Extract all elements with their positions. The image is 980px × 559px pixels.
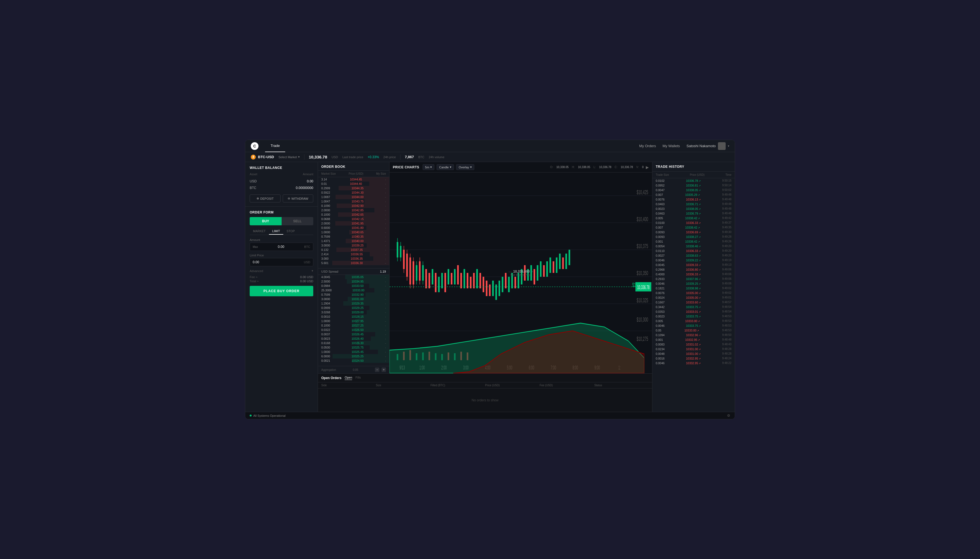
sell-order-row[interactable]: 0.1090 10342.90 - [318, 203, 389, 208]
buy-order-row[interactable]: 2.5000 10334.95 - [318, 279, 389, 284]
divider [400, 154, 401, 160]
buy-order-row[interactable]: 0.0023 10326.40 - [318, 336, 389, 341]
nav-tab-trade[interactable]: Trade [265, 140, 285, 152]
sell-order-row[interactable]: 0.01 10344.40 - [318, 182, 389, 186]
aggregation-decrease-button[interactable]: − [375, 367, 379, 372]
buy-order-row[interactable]: 0.0021 10324.50 - [318, 359, 389, 363]
svg-text:$10,425: $10,425 [637, 189, 648, 195]
my-wallets-link[interactable]: My Wallets [663, 144, 680, 148]
buy-order-row[interactable]: 1.2904 10329.35 - [318, 301, 389, 306]
trade-price: 10338.63↗ [686, 254, 701, 257]
sell-order-row[interactable]: 1.0047 10343.75 - [318, 199, 389, 203]
trade-size: 0.1667 [656, 301, 665, 304]
deposit-button[interactable]: ⊕ DEPOSIT [250, 195, 280, 202]
trade-price: 10332.96↗ [686, 333, 701, 337]
trade-size: 0.005 [656, 319, 663, 322]
timeframe-dropdown[interactable]: 5m ▾ [423, 164, 434, 170]
select-market-dropdown[interactable]: Select Market ▾ [279, 155, 300, 159]
sell-order-row[interactable]: 3.14 10344.45 - [318, 177, 389, 182]
sell-order-row[interactable]: 0.6000 10341.80 - [318, 226, 389, 230]
left-panel: Wallet Balance Asset Amount USD 0.00 BTC… [245, 162, 318, 412]
overlay-dropdown[interactable]: Overlay ▾ [456, 164, 474, 170]
advanced-toggle[interactable]: Advanced ▾ [250, 269, 313, 273]
sell-order-row[interactable]: 0.7599 10340.35 - [318, 234, 389, 239]
buy-order-row[interactable]: 25.3000 10333.00 - [318, 288, 389, 293]
trade-history-row: 0.0023 10338.05↗ 9:49:48 [652, 206, 735, 211]
trade-price: 10336.33↗ [686, 249, 701, 253]
limit-order-tab[interactable]: LIMIT [269, 228, 283, 235]
sell-order-row[interactable]: 0.132 10337.35 - [318, 248, 389, 252]
stop-order-tab[interactable]: STOP [283, 228, 298, 235]
sell-order-row[interactable]: 5.601 10336.30 - [318, 261, 389, 265]
order-size: 6.0000 [321, 355, 330, 358]
sell-order-row[interactable]: 3.0000 10339.25 - [318, 243, 389, 248]
usd-asset-row: USD 0.00 [250, 178, 313, 185]
my-orders-link[interactable]: My Orders [639, 144, 656, 148]
buy-order-row[interactable]: 0.0500 10325.75 - [318, 345, 389, 350]
trade-size: 0.0076 [656, 291, 665, 294]
fills-tab[interactable]: Fills [355, 376, 361, 380]
sell-order-row[interactable]: 1.0087 10344.00 - [318, 195, 389, 199]
sell-order-row[interactable]: 0.2999 10344.35 - [318, 186, 389, 190]
usd-amount: 0.00 [307, 179, 313, 183]
order-my-size: - [385, 204, 386, 207]
trade-history-row: 0.0027 10338.63↗ 9:49:20 [652, 253, 735, 258]
sell-order-row[interactable]: 2.414 10336.55 - [318, 252, 389, 256]
user-menu[interactable]: Satoshi Nakamoto ▾ [686, 142, 729, 150]
sell-order-row[interactable]: 2.0000 10341.95 - [318, 221, 389, 226]
buy-order-row[interactable]: 3.0000 10331.00 - [318, 297, 389, 301]
buy-order-row[interactable]: 0.0984 10333.50 - [318, 284, 389, 288]
buy-sell-tabs: BUY SELL [250, 217, 313, 225]
buy-order-row[interactable]: 6.0000 10325.25 - [318, 354, 389, 359]
trade-price: 10338.42↗ [685, 240, 700, 243]
sell-order-row[interactable]: 2.0000 10342.85 - [318, 208, 389, 212]
sell-order-row[interactable]: 1.4371 10340.00 - [318, 239, 389, 243]
buy-order-row[interactable]: 1.0000 10325.45 - [318, 350, 389, 354]
order-form-title: Order Form [250, 210, 313, 214]
trade-history-row: 0.007 10335.29↗ 9:49:48 [652, 192, 735, 197]
buy-order-row[interactable]: 1.0000 10327.95 - [318, 319, 389, 323]
sell-tab[interactable]: SELL [282, 217, 313, 225]
max-link[interactable]: Max [253, 245, 258, 248]
place-order-button[interactable]: PLACE BUY ORDER [250, 286, 313, 296]
c-label: C: [615, 165, 617, 169]
order-size: 0.6000 [321, 226, 330, 230]
buy-order-row[interactable]: 0.0010 10328.15 - [318, 314, 389, 319]
market-order-tab[interactable]: MARKET [250, 228, 269, 235]
aggregation-increase-button[interactable]: + [381, 367, 386, 372]
sell-order-row[interactable]: 1.0000 10340.65 - [318, 230, 389, 234]
open-tab[interactable]: Open [345, 376, 352, 380]
chart-area[interactable]: $10,425 $10,400 $10,375 $10,350 $10,336.… [390, 172, 652, 373]
sell-order-row[interactable]: 0.0688 10342.15 - [318, 217, 389, 221]
time-col: Time [725, 173, 731, 176]
sell-order-row[interactable]: 0.1000 10342.65 - [318, 212, 389, 217]
trade-size: 0.1094 [656, 333, 665, 337]
buy-tab[interactable]: BUY [250, 217, 282, 225]
buy-order-row[interactable]: 0.1000 10327.25 - [318, 323, 389, 327]
buy-order-row[interactable]: 0.0322 10326.50 - [318, 327, 389, 332]
chart-expand-button[interactable]: ▶ [646, 165, 649, 169]
trade-size: 0.1821 [656, 287, 665, 290]
buy-order-row[interactable]: 0.0999 10329.25 - [318, 306, 389, 310]
buy-order-row[interactable]: 4.0045 10335.05 - [318, 275, 389, 279]
buy-order-row[interactable]: 0.7599 10332.90 - [318, 293, 389, 297]
limit-price-input-display[interactable]: 0.00 USD [250, 258, 313, 266]
price-chart-svg: $10,425 $10,400 $10,375 $10,350 $10,336.… [390, 172, 652, 373]
buy-order-row[interactable]: 0.0037 10326.45 - [318, 332, 389, 336]
amount-input-display[interactable]: Max 0.00 BTC [250, 243, 313, 251]
buy-order-row[interactable]: 3.0268 10329.00 - [318, 310, 389, 314]
sell-order-row[interactable]: 0.5922 10344.30 - [318, 190, 389, 195]
trade-size: 0.0083 [656, 343, 665, 346]
trade-price: 10335.00↗ [686, 296, 701, 299]
buy-order-row[interactable]: 0.6168 10326.30 - [318, 341, 389, 345]
trade-time: 9:49:02 [722, 291, 731, 294]
settings-icon[interactable]: ⚙ [727, 413, 730, 418]
order-price: 10334.95 [352, 280, 364, 283]
order-price: 10333.50 [352, 284, 364, 288]
withdraw-button[interactable]: ⊖ WITHDRAW [283, 195, 313, 202]
chart-type-dropdown[interactable]: Candle ▾ [436, 164, 454, 170]
trade-price: 10336.81↗ [686, 184, 701, 187]
trade-time: 9:49:19 [722, 259, 731, 261]
trade-time: 9:49:26 [722, 240, 731, 243]
sell-order-row[interactable]: 3.000 10336.35 - [318, 256, 389, 261]
